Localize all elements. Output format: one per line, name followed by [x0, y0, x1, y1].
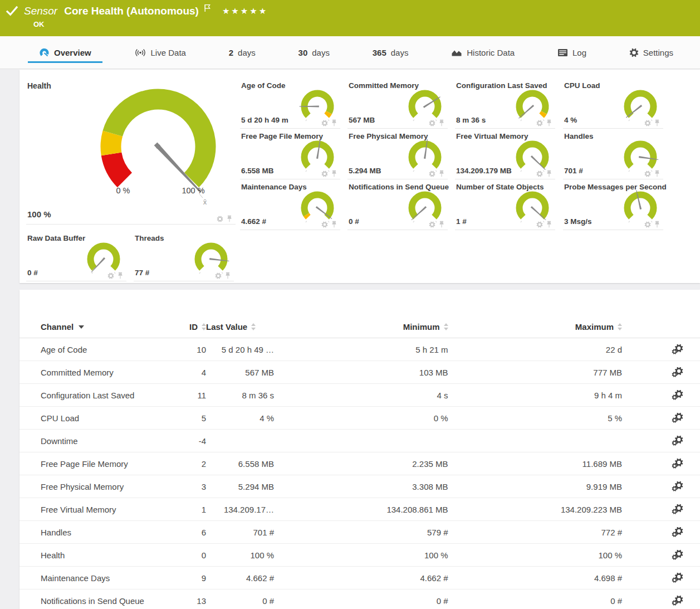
gauge-value: 4 %	[564, 116, 577, 124]
chart-icon	[451, 48, 462, 57]
channel-row-configuration-last-saved: Configuration Last Saved 11 8 m 36 s 4 s…	[19, 384, 700, 407]
priority-stars[interactable]: ★★★★★	[222, 6, 268, 16]
channel-minimum: 3.308 MB	[274, 482, 448, 491]
gauge-tile-probe-messages-per-second: Probe Messages per Second 3 Msg/s	[563, 181, 663, 230]
channel-settings-icon[interactable]	[672, 367, 683, 377]
channel-name: Maintenance Days	[41, 573, 174, 583]
gear-icon[interactable]	[536, 170, 543, 177]
gear-icon[interactable]	[644, 120, 651, 126]
channel-row-maintenance-days: Maintenance Days 9 4.662 # 4.662 # 4.698…	[19, 567, 700, 589]
tab-365-days[interactable]: 365days	[368, 36, 413, 69]
channel-id: 0	[174, 550, 206, 560]
gauge-value: 100 %	[27, 210, 51, 219]
pin-icon[interactable]	[546, 119, 552, 126]
tab-live-data[interactable]: Live Data	[130, 36, 190, 69]
col-header-id[interactable]: ID	[174, 322, 206, 332]
channel-settings-icon[interactable]	[672, 504, 683, 514]
gear-icon[interactable]	[536, 120, 543, 126]
channel-row-health: Health 0 100 % 100 % 100 %	[19, 544, 700, 567]
col-header-maximum[interactable]: Maximum	[448, 322, 623, 332]
channel-maximum: 134.209.223 MB	[448, 505, 623, 514]
tab-30-days[interactable]: 30days	[294, 36, 334, 69]
channel-id: -4	[174, 436, 206, 446]
gauge-value: 134.209.179 MB	[456, 167, 512, 175]
status-badge: OK	[33, 20, 45, 28]
channel-row-free-physical-memory: Free Physical Memory 3 5.294 MB 3.308 MB…	[19, 475, 700, 498]
pin-icon[interactable]	[331, 119, 337, 126]
channel-settings-icon[interactable]	[672, 413, 683, 423]
channel-name: Free Physical Memory	[41, 482, 174, 491]
gear-icon[interactable]	[429, 221, 435, 228]
tab-settings[interactable]: Settings	[625, 36, 678, 69]
channel-maximum: 772 #	[448, 528, 623, 537]
pin-icon[interactable]	[654, 170, 660, 177]
pin-icon[interactable]	[117, 272, 124, 279]
channel-settings-icon[interactable]	[672, 527, 683, 537]
gauge-tile-number-of-state-objects: Number of State Objects 1 #	[455, 181, 555, 230]
channel-row-free-page-file-memory: Free Page File Memory 2 6.558 MB 2.235 M…	[19, 452, 700, 475]
channel-settings-icon[interactable]	[672, 573, 683, 583]
col-header-minimum[interactable]: Minimum	[274, 322, 448, 332]
gauge-value: 8 m 36 s	[456, 116, 486, 124]
channel-settings-icon[interactable]	[672, 436, 683, 446]
pin-icon[interactable]	[438, 119, 445, 126]
gauge-value: 6.558 MB	[241, 167, 274, 175]
gear-icon[interactable]	[321, 120, 328, 126]
tab-historic-data[interactable]: Historic Data	[447, 36, 519, 69]
gear-icon[interactable]	[644, 170, 651, 177]
gear-icon[interactable]	[536, 221, 543, 228]
channel-settings-icon[interactable]	[672, 459, 683, 469]
tab-number: 2	[229, 48, 233, 57]
pin-icon[interactable]	[438, 170, 445, 177]
ok-check-icon	[6, 6, 18, 17]
channel-name: Health	[41, 550, 174, 560]
channel-settings-icon[interactable]	[672, 550, 683, 560]
gauge-value: 567 MB	[349, 116, 375, 124]
pin-icon[interactable]	[654, 119, 660, 126]
sort-desc-icon	[79, 325, 84, 329]
log-icon	[557, 48, 568, 57]
pin-icon[interactable]	[331, 170, 337, 177]
channel-minimum: 4 s	[274, 391, 448, 400]
gear-icon	[629, 48, 639, 57]
gear-icon[interactable]	[644, 221, 651, 228]
tab-label: days	[238, 48, 256, 57]
channel-settings-icon[interactable]	[672, 481, 683, 491]
channel-last-value: 567 MB	[206, 368, 274, 377]
pin-icon[interactable]	[546, 221, 552, 228]
pin-icon[interactable]	[438, 221, 445, 228]
channel-id: 6	[174, 528, 206, 537]
tab-label: Historic Data	[467, 48, 515, 57]
gear-icon[interactable]	[429, 170, 435, 177]
gauge-value: 5 d 20 h 49 m	[241, 116, 288, 124]
gear-icon[interactable]	[217, 216, 223, 222]
gear-icon[interactable]	[321, 221, 328, 228]
col-header-channel[interactable]: Channel	[41, 322, 174, 332]
channel-id: 5	[174, 413, 206, 423]
tab-2-days[interactable]: 2days	[224, 36, 260, 69]
pin-icon[interactable]	[331, 221, 337, 228]
gauge-tile-free-physical-memory: Free Physical Memory 5.294 MB	[347, 130, 448, 179]
channel-name: Committed Memory	[41, 368, 174, 377]
tab-bar: OverviewLive Data2days30days365daysHisto…	[0, 36, 700, 69]
channel-settings-icon[interactable]	[672, 344, 683, 354]
channel-settings-icon[interactable]	[672, 596, 683, 606]
pin-icon[interactable]	[546, 170, 552, 177]
flag-icon[interactable]	[204, 4, 211, 14]
pin-icon[interactable]	[226, 215, 233, 222]
gauge-value: 1 #	[456, 217, 467, 226]
pin-icon[interactable]	[224, 272, 231, 279]
pin-icon[interactable]	[654, 221, 660, 228]
gear-icon[interactable]	[429, 120, 435, 126]
tab-label: days	[391, 48, 409, 57]
tab-overview[interactable]: Overview	[35, 36, 96, 69]
gear-icon[interactable]	[321, 170, 328, 177]
gear-icon[interactable]	[215, 272, 222, 279]
tab-log[interactable]: Log	[553, 36, 591, 69]
gear-icon[interactable]	[107, 272, 114, 279]
channel-row-downtime: Downtime -4	[19, 430, 700, 452]
channel-minimum: 5 h 21 m	[274, 345, 448, 354]
sort-icon	[618, 323, 622, 330]
channel-settings-icon[interactable]	[672, 390, 683, 400]
col-header-last-value[interactable]: Last Value	[206, 322, 274, 332]
